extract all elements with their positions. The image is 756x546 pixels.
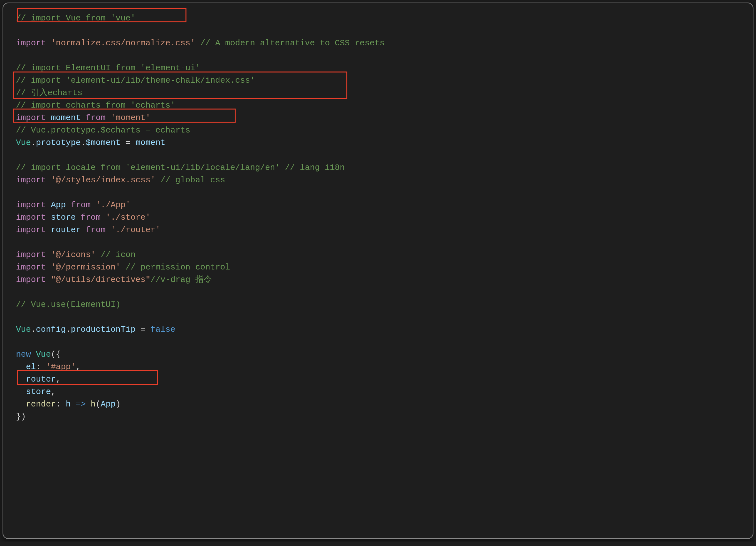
code-line[interactable]: Vue.prototype.$moment = moment xyxy=(16,137,746,149)
code-token xyxy=(121,262,126,272)
code-token xyxy=(46,250,51,260)
code-token xyxy=(16,387,26,397)
code-line[interactable] xyxy=(16,236,746,249)
code-line[interactable]: import '@/styles/index.scss' // global c… xyxy=(16,174,746,186)
code-token: // Vue.use(ElementUI) xyxy=(16,300,121,309)
code-token: './router' xyxy=(111,225,161,235)
code-token: store xyxy=(26,387,51,397)
code-line[interactable]: // import locale from 'element-ui/lib/lo… xyxy=(16,162,746,174)
code-token: // import 'element-ui/lib/theme-chalk/in… xyxy=(16,76,255,85)
code-line[interactable]: new Vue({ xyxy=(16,348,746,361)
code-token: productionTip xyxy=(71,325,136,334)
code-token: = xyxy=(136,325,151,334)
code-token: import xyxy=(16,225,46,235)
code-token xyxy=(46,200,51,210)
code-token xyxy=(46,175,51,185)
code-token: "@/utils/directives" xyxy=(51,275,150,284)
code-token: App xyxy=(101,399,116,409)
code-line[interactable]: // import Vue from 'vue' xyxy=(16,12,746,25)
code-line[interactable]: // Vue.use(ElementUI) xyxy=(16,299,746,311)
code-line[interactable]: // Vue.prototype.$echarts = echarts xyxy=(16,124,746,137)
code-token xyxy=(16,399,26,409)
code-token: $moment xyxy=(86,138,120,148)
code-token: ( xyxy=(96,399,101,409)
code-token: prototype xyxy=(36,138,80,148)
code-token: '#app' xyxy=(46,362,76,372)
code-line[interactable]: import "@/utils/directives"//v-drag 指令 xyxy=(16,274,746,286)
code-line[interactable] xyxy=(16,25,746,37)
code-line[interactable]: store, xyxy=(16,386,746,398)
code-token: from xyxy=(81,213,101,222)
code-token: //v-drag 指令 xyxy=(150,275,212,284)
code-token: '@/permission' xyxy=(51,262,120,272)
code-token: // import echarts from 'echarts' xyxy=(16,101,175,110)
code-line[interactable]: // import echarts from 'echarts' xyxy=(16,99,746,112)
code-token: . xyxy=(66,325,71,334)
code-token xyxy=(76,213,81,222)
code-token: from xyxy=(86,225,105,235)
code-token: import xyxy=(16,175,46,185)
code-token: config xyxy=(36,325,66,334)
code-token xyxy=(46,113,51,123)
code-token: import xyxy=(16,250,46,260)
code-token: from xyxy=(86,113,105,123)
code-token xyxy=(31,350,36,359)
code-line[interactable]: import router from './router' xyxy=(16,224,746,236)
code-token: // permission control xyxy=(125,262,230,272)
code-token xyxy=(81,225,86,235)
code-line[interactable]: el: '#app', xyxy=(16,361,746,373)
code-line[interactable] xyxy=(16,49,746,62)
code-line[interactable]: Vue.config.productionTip = false xyxy=(16,323,746,336)
code-line[interactable]: import moment from 'moment' xyxy=(16,112,746,124)
code-token: import xyxy=(16,213,46,222)
code-line[interactable]: import '@/permission' // permission cont… xyxy=(16,261,746,274)
code-token xyxy=(71,399,76,409)
code-line[interactable]: import '@/icons' // icon xyxy=(16,249,746,261)
code-line[interactable] xyxy=(16,186,746,199)
code-area[interactable]: // import Vue from 'vue' import 'normali… xyxy=(16,12,746,423)
code-token: ) xyxy=(116,399,121,409)
code-token: // import locale from 'element-ui/lib/lo… xyxy=(16,163,345,172)
code-token: false xyxy=(150,325,175,334)
code-line[interactable] xyxy=(16,149,746,162)
code-line[interactable]: import App from './App' xyxy=(16,199,746,211)
code-token: App xyxy=(51,200,66,210)
code-line[interactable] xyxy=(16,336,746,348)
code-token xyxy=(46,213,51,222)
code-token: . xyxy=(31,325,36,334)
code-token: // import ElementUI from 'element-ui' xyxy=(16,63,200,73)
code-token xyxy=(96,250,101,260)
code-token xyxy=(46,262,51,272)
code-token: new xyxy=(16,350,31,359)
code-token: . xyxy=(81,138,86,148)
code-line[interactable]: // 引入echarts xyxy=(16,87,746,99)
code-line[interactable]: }) xyxy=(16,411,746,423)
code-token: // import Vue from 'vue' xyxy=(16,13,135,23)
code-token: }) xyxy=(16,412,26,421)
code-token xyxy=(46,38,51,48)
code-line[interactable] xyxy=(16,286,746,299)
code-line[interactable]: import 'normalize.css/normalize.css' // … xyxy=(16,37,746,49)
code-token xyxy=(81,113,86,123)
code-token xyxy=(66,200,71,210)
code-token: Vue xyxy=(16,325,31,334)
code-line[interactable]: // import 'element-ui/lib/theme-chalk/in… xyxy=(16,74,746,87)
code-token xyxy=(101,213,106,222)
code-token: // icon xyxy=(101,250,135,260)
code-token: => xyxy=(76,399,86,409)
code-token: '@/icons' xyxy=(51,250,95,260)
code-line[interactable]: render: h => h(App) xyxy=(16,398,746,411)
code-token: , xyxy=(76,362,81,372)
code-token: . xyxy=(31,138,36,148)
code-token: import xyxy=(16,200,46,210)
code-token xyxy=(106,225,111,235)
code-token: = xyxy=(121,138,136,148)
code-line[interactable]: import store from './store' xyxy=(16,211,746,224)
code-token xyxy=(155,175,161,185)
code-token: moment xyxy=(136,138,166,148)
code-line[interactable] xyxy=(16,311,746,323)
code-line[interactable]: // import ElementUI from 'element-ui' xyxy=(16,62,746,74)
code-token: // 引入echarts xyxy=(16,88,82,98)
code-token: 'moment' xyxy=(111,113,151,123)
code-line[interactable]: router, xyxy=(16,373,746,386)
